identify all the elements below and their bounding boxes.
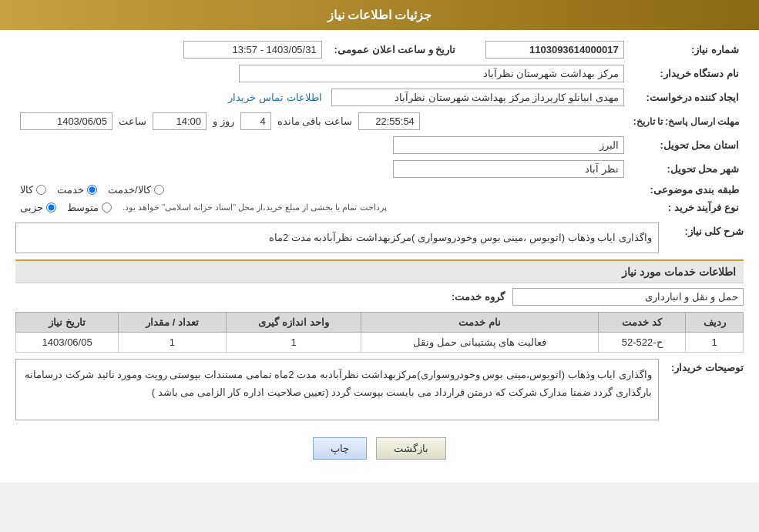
- service-group-value: حمل و نقل و انبارداری: [512, 288, 744, 306]
- col-header-code: کد خدمت: [598, 313, 685, 333]
- cell-quantity: 1: [119, 333, 226, 353]
- print-button[interactable]: چاپ: [313, 437, 367, 460]
- need-desc-label: شرح کلی نیاز:: [659, 223, 744, 237]
- creator-value: مهدی ابیانلو کاربرداز مرکز بهداشت شهرستا…: [331, 89, 624, 106]
- purchase-type-label: نوع فرآیند خرید :: [629, 199, 744, 216]
- purchase-motavasset-label: متوسط: [67, 202, 99, 213]
- category-khadamat-option[interactable]: خدمت: [57, 184, 97, 196]
- deadline-date: 1403/06/05: [20, 112, 113, 130]
- category-khadamat-label: خدمت: [57, 184, 84, 196]
- services-header: اطلاعات خدمات مورد نیاز: [15, 259, 744, 283]
- deadline-time: 14:00: [153, 112, 207, 130]
- deadline-time-label: ساعت: [119, 115, 146, 127]
- category-label: طبقه بندی موضوعی:: [629, 181, 744, 199]
- buyer-org-label: نام دستگاه خریدار:: [629, 62, 744, 85]
- category-kala-radio[interactable]: [36, 185, 46, 195]
- buyer-notes-value: واگذاری ایاب وذهاب (اتوبوس،مینی بوس وخود…: [15, 359, 659, 420]
- city-value: نظر آباد: [393, 160, 624, 178]
- cell-unit: 1: [226, 333, 361, 353]
- creator-label: ایجاد کننده درخواست:: [629, 85, 744, 109]
- cell-code: ح-522-52: [598, 333, 685, 353]
- category-kala-label: کالا: [20, 184, 33, 196]
- purchase-note: پرداخت تمام یا بخشی از مبلغ خرید،از محل …: [123, 202, 387, 212]
- col-header-date: تاریخ نیاز: [16, 313, 119, 333]
- contact-link[interactable]: اطلاعات تماس خریدار: [228, 92, 321, 103]
- category-kala-khadamat-option[interactable]: کالا/خدمت: [108, 184, 164, 196]
- page-header: جزئیات اطلاعات نیاز: [0, 0, 759, 30]
- category-kala-khadamat-label: کالا/خدمت: [108, 184, 151, 196]
- service-group-label: گروه خدمت:: [435, 291, 505, 303]
- category-khadamat-radio[interactable]: [87, 185, 97, 195]
- announce-date-value: 1403/05/31 - 13:57: [183, 41, 322, 59]
- col-header-unit: واحد اندازه گیری: [226, 313, 361, 333]
- cell-date: 1403/06/05: [16, 333, 119, 353]
- cell-name: فعالیت های پشتیبانی حمل ونقل: [361, 333, 599, 353]
- buyer-notes-label: توصیحات خریدار:: [659, 359, 744, 373]
- purchase-jozee-label: جزیی: [20, 202, 43, 213]
- deadline-days-label: روز و: [213, 115, 234, 127]
- col-header-name: نام خدمت: [361, 313, 599, 333]
- purchase-jozee-option[interactable]: جزیی: [20, 202, 56, 213]
- cell-row: 1: [686, 333, 744, 353]
- buyer-org-value: مرکز بهداشت شهرستان نظرآباد: [239, 65, 624, 82]
- need-number-value: 1103093614000017: [485, 41, 624, 59]
- deadline-days: 4: [240, 112, 271, 130]
- category-kala-khadamat-radio[interactable]: [154, 185, 164, 195]
- page-title: جزئیات اطلاعات نیاز: [327, 8, 432, 22]
- purchase-motavasset-radio[interactable]: [102, 202, 112, 212]
- need-number-label: شماره نیاز:: [629, 38, 744, 62]
- province-value: البرز: [393, 136, 624, 154]
- deadline-label: مهلت ارسال پاسخ: تا تاریخ:: [629, 109, 744, 133]
- deadline-remaining: 22:55:54: [358, 112, 420, 130]
- purchase-jozee-radio[interactable]: [46, 202, 56, 212]
- back-button[interactable]: بازگشت: [376, 437, 446, 460]
- province-label: استان محل تحویل:: [629, 133, 744, 157]
- table-row: 1ح-522-52فعالیت های پشتیبانی حمل ونقل111…: [16, 333, 744, 353]
- col-header-row: ردیف: [686, 313, 744, 333]
- need-desc-value: واگذاری ایاب وذهاب (اتوبوس ،مینی بوس وخو…: [15, 223, 659, 253]
- city-label: شهر محل تحویل:: [629, 157, 744, 181]
- purchase-motavasset-option[interactable]: متوسط: [67, 202, 112, 213]
- col-header-qty: تعداد / مقدار: [119, 313, 226, 333]
- category-kala-option[interactable]: کالا: [20, 184, 46, 196]
- announce-date-label: تاریخ و ساعت اعلان عمومی:: [327, 38, 472, 62]
- deadline-remaining-label: ساعت باقی مانده: [277, 115, 352, 127]
